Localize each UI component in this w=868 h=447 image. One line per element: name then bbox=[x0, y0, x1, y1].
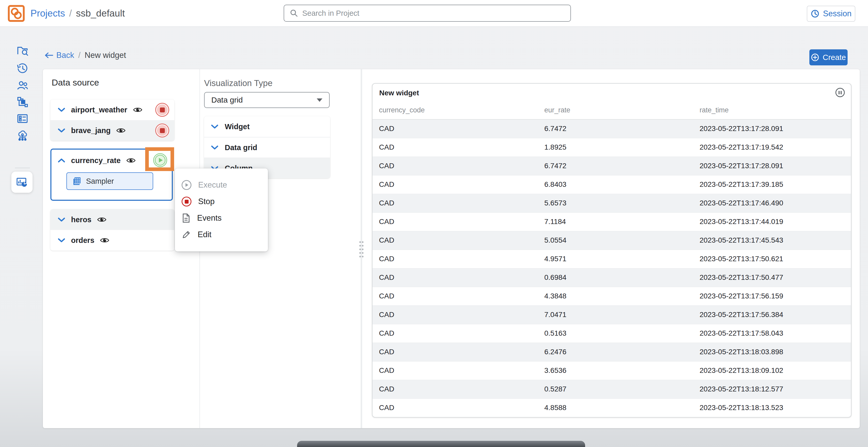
chevron-down-icon bbox=[211, 124, 219, 129]
table-row: CAD4.38482023-05-22T13:17:56.159 bbox=[373, 287, 851, 305]
document-icon bbox=[182, 213, 190, 223]
users-icon[interactable] bbox=[17, 80, 28, 91]
create-button[interactable]: Create bbox=[809, 49, 847, 65]
arrow-left-icon bbox=[44, 52, 53, 58]
history-icon[interactable] bbox=[17, 62, 28, 74]
back-link[interactable]: Back bbox=[44, 51, 74, 60]
chevron-up-icon bbox=[58, 158, 65, 163]
eye-icon[interactable] bbox=[116, 127, 126, 134]
widgets-nav-active[interactable] bbox=[11, 172, 33, 193]
left-nav-rail bbox=[0, 27, 43, 447]
tree-item-airport-weather[interactable]: airport_weather bbox=[51, 99, 175, 120]
project-explorer-icon[interactable] bbox=[17, 45, 28, 57]
cloud-cluster-icon[interactable] bbox=[17, 129, 28, 141]
breadcrumb-separator: / bbox=[69, 8, 72, 19]
tree-item-label: brave_jang bbox=[71, 126, 111, 135]
tree-item-label: airport_weather bbox=[71, 106, 127, 114]
session-label: Session bbox=[823, 9, 851, 18]
visualization-type-select[interactable]: Data grid bbox=[204, 92, 330, 108]
table-row: CAD0.52872023-05-22T13:18:12.577 bbox=[373, 380, 851, 398]
widget-data-grid: currency_code eur_rate rate_time CAD6.74… bbox=[373, 101, 851, 417]
breadcrumb-project-name: ssb_default bbox=[76, 8, 125, 19]
widget-title: New widget bbox=[379, 89, 419, 97]
section-data-grid[interactable]: Data grid bbox=[204, 137, 330, 158]
app-window: Projects / ssb_default Session bbox=[0, 0, 868, 447]
grid-header-row: currency_code eur_rate rate_time bbox=[373, 101, 851, 119]
stop-job-button[interactable] bbox=[155, 123, 169, 138]
table-row: CAD7.04712023-05-22T13:17:56.384 bbox=[373, 305, 851, 324]
table-row: CAD4.95712023-05-22T13:17:50.621 bbox=[373, 249, 851, 268]
chevron-down-icon bbox=[58, 238, 65, 243]
menu-item-stop[interactable]: Stop bbox=[175, 193, 268, 210]
table-row: CAD6.74722023-05-22T13:17:28.091 bbox=[373, 156, 851, 175]
data-source-title: Data source bbox=[52, 78, 99, 88]
tree-item-label: heros bbox=[71, 215, 91, 224]
chevron-down-icon bbox=[58, 107, 65, 112]
table-row: CAD6.74722023-05-22T13:17:28.091 bbox=[373, 119, 851, 138]
eye-icon[interactable] bbox=[133, 107, 142, 113]
table-row: CAD5.65732023-05-22T13:17:46.490 bbox=[373, 194, 851, 212]
tree-item-currency-rate[interactable]: currency_rate bbox=[52, 150, 172, 171]
tree-item-heros[interactable]: heros bbox=[51, 209, 175, 230]
tree-item-orders[interactable]: orders bbox=[51, 230, 175, 250]
rail-divider bbox=[15, 168, 30, 168]
visualization-type-title: Visualization Type bbox=[204, 78, 273, 88]
plus-circle-icon bbox=[811, 53, 819, 61]
job-context-menu: Execute Stop Events Edit bbox=[175, 169, 268, 251]
sampler-label: Sampler bbox=[86, 177, 114, 185]
table-row: CAD4.85882023-05-22T13:18:13.523 bbox=[373, 398, 851, 417]
page-title: New widget bbox=[85, 51, 126, 60]
dock-shadow bbox=[297, 441, 585, 447]
table-row: CAD3.65362023-05-22T13:18:09.102 bbox=[373, 361, 851, 380]
page-breadcrumb: Back / New widget bbox=[44, 51, 126, 60]
breadcrumb-projects-link[interactable]: Projects bbox=[30, 8, 65, 19]
sampler-item[interactable]: Sampler bbox=[66, 172, 153, 190]
clock-icon bbox=[811, 9, 819, 18]
menu-item-edit[interactable]: Edit bbox=[175, 226, 268, 243]
chevron-down-icon bbox=[58, 128, 65, 133]
session-button[interactable]: Session bbox=[807, 6, 855, 22]
eye-icon[interactable] bbox=[100, 237, 109, 244]
col-header-currency-code: currency_code bbox=[373, 101, 544, 119]
project-search bbox=[284, 5, 571, 22]
stop-circle-icon bbox=[182, 197, 191, 206]
menu-item-execute[interactable]: Execute bbox=[175, 177, 268, 193]
crumb-separator: / bbox=[78, 51, 81, 60]
chevron-down-icon bbox=[58, 217, 65, 222]
breadcrumb: Projects / ssb_default bbox=[30, 0, 125, 27]
execute-job-button[interactable] bbox=[153, 153, 167, 167]
table-row: CAD0.69842023-05-22T13:17:50.477 bbox=[373, 268, 851, 287]
menu-item-events[interactable]: Events bbox=[175, 210, 268, 226]
stop-job-button[interactable] bbox=[155, 103, 169, 117]
table-row: CAD7.11842023-05-22T13:17:44.019 bbox=[373, 212, 851, 231]
eye-icon[interactable] bbox=[97, 216, 106, 223]
search-input[interactable] bbox=[302, 9, 565, 18]
pause-sampling-button[interactable] bbox=[835, 88, 845, 97]
splitter-grip[interactable] bbox=[358, 240, 364, 258]
dashboard-chart-icon bbox=[16, 176, 28, 188]
data-source-tree-bottom: heros orders bbox=[51, 209, 175, 250]
table-row: CAD6.24762023-05-22T13:18:03.898 bbox=[373, 342, 851, 361]
tree-item-label: orders bbox=[71, 236, 94, 245]
eye-icon[interactable] bbox=[126, 157, 135, 164]
table-row: CAD0.51632023-05-22T13:17:58.043 bbox=[373, 324, 851, 342]
search-icon bbox=[290, 9, 298, 17]
tree-item-label: currency_rate bbox=[71, 156, 121, 165]
top-header: Projects / ssb_default Session bbox=[0, 0, 868, 27]
col-header-eur-rate: eur_rate bbox=[544, 101, 700, 119]
pencil-icon bbox=[182, 230, 191, 239]
tree-item-brave-jang[interactable]: brave_jang bbox=[51, 120, 175, 141]
col-header-rate-time: rate_time bbox=[700, 101, 851, 119]
section-widget[interactable]: Widget bbox=[204, 116, 330, 137]
table-row: CAD5.05542023-05-22T13:17:45.543 bbox=[373, 231, 851, 249]
flow-icon[interactable] bbox=[17, 96, 28, 108]
sampler-table-icon bbox=[72, 177, 81, 185]
data-table-icon[interactable] bbox=[17, 113, 28, 124]
play-circle-icon bbox=[182, 180, 191, 190]
chevron-down-icon bbox=[211, 145, 219, 150]
table-row: CAD6.84032023-05-22T13:17:39.185 bbox=[373, 175, 851, 194]
widget-preview-card: New widget currency_code eur_rate rate_t… bbox=[372, 83, 851, 418]
tree-item-currency-rate-expanded: currency_rate Sampler bbox=[51, 149, 173, 201]
ssb-logo-icon[interactable] bbox=[8, 5, 25, 22]
data-source-tree-top: airport_weather brave_jang bbox=[51, 99, 175, 141]
